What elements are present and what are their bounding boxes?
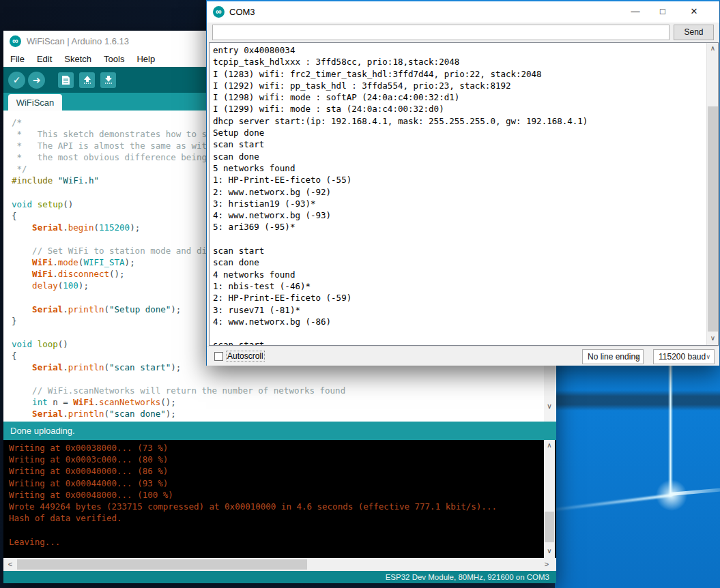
- upload-status-bar: Done uploading.: [3, 422, 556, 440]
- serial-send-input[interactable]: [212, 25, 669, 40]
- upload-button[interactable]: ➜: [28, 72, 45, 89]
- arrow-down-icon: [104, 75, 113, 85]
- menu-sketch[interactable]: Sketch: [64, 54, 91, 64]
- console-output: Writing at 0x00038000... (73 %) Writing …: [9, 442, 497, 548]
- editor-scroll-down-icon[interactable]: ∨: [544, 400, 555, 412]
- autoscroll-control[interactable]: Autoscroll: [214, 351, 264, 361]
- serial-monitor-window: ∞ COM3 — □ ✕ Send entry 0x40080034 tcpip…: [206, 0, 720, 366]
- console-scroll-thumb[interactable]: [545, 512, 554, 542]
- serial-input-row: Send: [207, 23, 719, 42]
- serial-monitor-titlebar[interactable]: ∞ COM3 — □ ✕: [207, 1, 719, 23]
- menu-edit[interactable]: Edit: [37, 54, 52, 64]
- autoscroll-label: Autoscroll: [227, 351, 264, 361]
- upload-status-text: Done uploading.: [10, 426, 75, 436]
- scroll-up-icon[interactable]: ∧: [707, 44, 719, 54]
- arrow-up-icon: [83, 75, 92, 85]
- maximize-button[interactable]: □: [649, 1, 676, 22]
- autoscroll-checkbox[interactable]: [214, 352, 223, 361]
- arduino-logo-icon: ∞: [213, 6, 225, 18]
- save-sketch-button[interactable]: [100, 72, 116, 88]
- line-ending-dropdown[interactable]: No line ending ∨: [582, 349, 644, 364]
- menu-tools[interactable]: Tools: [104, 54, 124, 64]
- console-vertical-scrollbar[interactable]: ∧ ∨: [544, 440, 555, 558]
- serial-output-text: entry 0x40080034 tcpip_task_hdlxxx : 3ff…: [213, 44, 588, 346]
- tab-wifiscan[interactable]: WiFiScan: [8, 94, 62, 111]
- serial-scroll-thumb[interactable]: [708, 106, 718, 332]
- console-horizontal-scrollbar[interactable]: < >: [3, 558, 556, 571]
- scroll-down-icon[interactable]: ∨: [707, 334, 719, 344]
- new-sketch-button[interactable]: [58, 72, 74, 88]
- serial-monitor-title: COM3: [229, 7, 255, 17]
- serial-monitor-bottombar: Autoscroll No line ending ∨ 115200 baud …: [207, 346, 719, 366]
- build-console[interactable]: Writing at 0x00038000... (73 %) Writing …: [3, 440, 556, 558]
- ide-window-title: WiFiScan | Arduino 1.6.13: [27, 36, 129, 46]
- baud-rate-dropdown[interactable]: 115200 baud ∨: [653, 349, 715, 364]
- board-port-status: ESP32 Dev Module, 80MHz, 921600 on COM3: [386, 573, 549, 581]
- chevron-down-icon: ∨: [635, 353, 639, 360]
- wallpaper-dark-band: [555, 390, 720, 411]
- send-button[interactable]: Send: [674, 25, 714, 40]
- horizontal-scroll-thumb[interactable]: [17, 559, 307, 570]
- check-icon: ✓: [13, 74, 21, 85]
- ide-statusbar: ESP32 Dev Module, 80MHz, 921600 on COM3: [3, 571, 556, 583]
- scroll-down-icon[interactable]: ∨: [544, 547, 555, 557]
- verify-button[interactable]: ✓: [8, 72, 25, 89]
- wallpaper-beam-glow: [654, 478, 689, 512]
- serial-vertical-scrollbar[interactable]: ∧ ∨: [706, 43, 718, 345]
- serial-output-area[interactable]: entry 0x40080034 tcpip_task_hdlxxx : 3ff…: [209, 42, 719, 346]
- open-sketch-button[interactable]: [79, 72, 95, 88]
- arduino-logo-icon: ∞: [10, 35, 21, 47]
- close-button[interactable]: ✕: [680, 1, 708, 22]
- scroll-left-icon[interactable]: <: [5, 558, 16, 571]
- scroll-right-icon[interactable]: >: [541, 558, 552, 571]
- menu-file[interactable]: File: [10, 54, 25, 64]
- menu-help[interactable]: Help: [136, 54, 155, 64]
- arrow-right-icon: ➜: [33, 74, 41, 85]
- chevron-down-icon: ∨: [706, 353, 710, 360]
- document-icon: [61, 75, 70, 85]
- scroll-up-icon[interactable]: ∧: [544, 441, 555, 451]
- minimize-button[interactable]: —: [622, 1, 649, 22]
